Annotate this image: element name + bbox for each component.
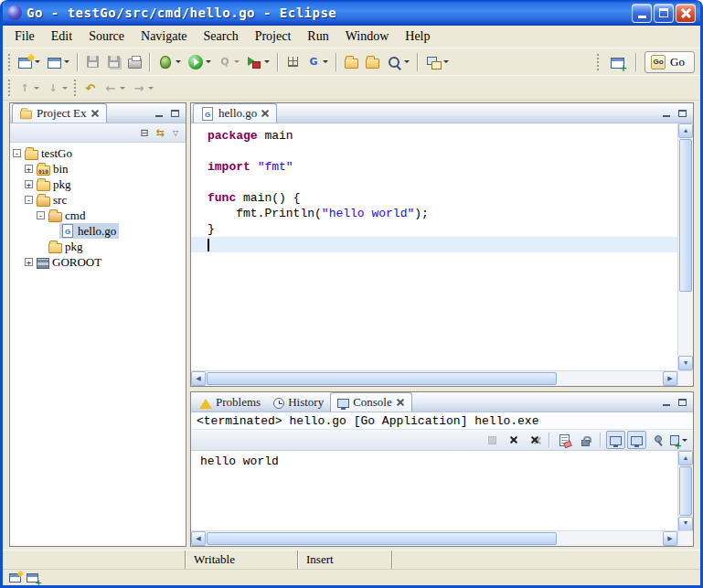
open-perspective-button[interactable]: [607, 51, 628, 73]
code-line[interactable]: package main: [191, 128, 677, 144]
go-perspective-button[interactable]: Go Go: [644, 51, 695, 73]
save-button[interactable]: [82, 51, 103, 73]
tree-item-pkg[interactable]: + pkg: [25, 176, 186, 192]
menu-item-search[interactable]: Search: [196, 27, 247, 46]
clear-console-button[interactable]: [555, 431, 574, 449]
scrollbar-track[interactable]: [558, 531, 663, 546]
vertical-scrollbar[interactable]: ▲ ▼: [677, 123, 693, 370]
show-stdout-button[interactable]: [606, 431, 625, 449]
scroll-right-button[interactable]: ▶: [663, 531, 677, 546]
new-menu-button[interactable]: [44, 51, 73, 73]
forward-button[interactable]: →: [129, 77, 157, 99]
synchronize-button[interactable]: [422, 51, 453, 73]
open-type-button[interactable]: [362, 51, 383, 73]
debug-button[interactable]: [154, 51, 185, 73]
toolbar-grip[interactable]: [7, 53, 11, 71]
minimize-view-button[interactable]: [152, 107, 165, 120]
terminate-button[interactable]: [483, 431, 502, 449]
run-button[interactable]: [185, 51, 215, 73]
menu-item-source[interactable]: Source: [80, 27, 133, 46]
print-button[interactable]: [124, 51, 145, 73]
scroll-up-button[interactable]: ▲: [678, 123, 693, 138]
menu-item-navigate[interactable]: Navigate: [133, 27, 196, 46]
close-button[interactable]: [676, 4, 696, 23]
tab-hello-go[interactable]: G hello.go: [193, 103, 277, 123]
tree-item-cmd[interactable]: - cmd: [37, 208, 186, 223]
scroll-right-button[interactable]: ▶: [663, 371, 677, 386]
code-line[interactable]: fmt.Println("hello world");: [191, 206, 677, 221]
tree-item-hello-go[interactable]: Ghello.go: [48, 223, 186, 239]
minimize-button[interactable]: [632, 4, 652, 23]
maximize-button[interactable]: [654, 4, 674, 23]
expander-icon[interactable]: +: [25, 180, 33, 188]
open-resource-button[interactable]: [341, 51, 362, 73]
close-view-icon[interactable]: [91, 109, 100, 118]
scroll-down-button[interactable]: ▼: [678, 517, 693, 531]
show-stderr-button[interactable]: [627, 431, 646, 449]
scroll-up-button[interactable]: ▲: [678, 451, 693, 465]
scroll-left-button[interactable]: ◀: [191, 371, 206, 386]
tab-history[interactable]: History: [267, 392, 330, 412]
new-go-package-button[interactable]: [282, 51, 304, 73]
next-annotation-button[interactable]: ↓: [43, 77, 71, 99]
scroll-down-button[interactable]: ▼: [678, 356, 693, 370]
menu-item-help[interactable]: Help: [397, 27, 438, 46]
horizontal-scrollbar[interactable]: ◀ ▶: [191, 371, 677, 386]
expander-icon[interactable]: +: [25, 165, 33, 173]
menu-item-run[interactable]: Run: [299, 27, 336, 46]
horizontal-scrollbar[interactable]: ◀ ▶: [191, 531, 677, 546]
new-wizard-trim-button[interactable]: [27, 573, 38, 583]
code-line[interactable]: import "fmt": [191, 159, 677, 175]
scroll-left-button[interactable]: ◀: [191, 531, 206, 546]
tab-project-explorer[interactable]: Project Ex: [12, 103, 107, 123]
scrollbar-thumb[interactable]: [679, 466, 692, 516]
maximize-view-button[interactable]: [676, 107, 689, 120]
expander-icon[interactable]: -: [25, 196, 33, 204]
toolbar-grip[interactable]: [596, 53, 600, 71]
tree-item-src[interactable]: - src: [25, 192, 186, 208]
code-line[interactable]: [191, 144, 677, 159]
back-button[interactable]: ←: [101, 77, 129, 99]
minimize-view-button[interactable]: [659, 107, 673, 120]
tree-item-src-pkg[interactable]: pkg: [37, 239, 186, 254]
toolbar-grip[interactable]: [7, 79, 11, 97]
expander-icon[interactable]: +: [25, 258, 33, 266]
scrollbar-track[interactable]: [558, 371, 663, 386]
expander-icon[interactable]: -: [37, 211, 45, 219]
maximize-view-button[interactable]: [168, 107, 182, 120]
tab-problems[interactable]: Problems: [193, 392, 267, 412]
external-tools-button[interactable]: [243, 51, 273, 73]
search-button[interactable]: [383, 51, 413, 73]
fast-view-button[interactable]: [9, 573, 21, 583]
vertical-scrollbar[interactable]: ▲ ▼: [677, 451, 693, 530]
current-code-line[interactable]: [191, 237, 677, 252]
menu-item-project[interactable]: Project: [247, 27, 300, 46]
remove-all-launches-button[interactable]: [525, 431, 544, 449]
close-tab-icon[interactable]: [261, 109, 270, 118]
profile-button[interactable]: Q: [215, 51, 243, 73]
menu-item-file[interactable]: File: [6, 27, 43, 46]
link-with-editor-button[interactable]: ⇆: [154, 126, 166, 140]
scrollbar-thumb[interactable]: [679, 139, 692, 292]
code-line[interactable]: }: [191, 221, 677, 237]
menu-item-edit[interactable]: Edit: [43, 27, 80, 46]
scrollbar-thumb[interactable]: [207, 532, 557, 545]
minimize-view-button[interactable]: [659, 396, 673, 409]
save-all-button[interactable]: [103, 51, 124, 73]
scrollbar-thumb[interactable]: [207, 372, 557, 385]
collapse-all-button[interactable]: ⊟: [138, 126, 151, 140]
maximize-view-button[interactable]: [676, 396, 689, 409]
last-edit-location-button[interactable]: ↶: [80, 77, 101, 99]
code-editor[interactable]: package main import "fmt" func main() { …: [191, 123, 677, 370]
tree-item-testgo[interactable]: - testGo: [13, 145, 186, 161]
new-wizard-button[interactable]: [15, 51, 44, 73]
code-line[interactable]: func main() {: [191, 190, 677, 206]
window-titlebar[interactable]: Go - testGo/src/cmd/hello.go - Eclipse: [3, 0, 700, 26]
tree-item-bin[interactable]: + 010bin: [25, 161, 186, 176]
remove-launch-button[interactable]: [504, 431, 523, 449]
tree-item-goroot[interactable]: + GOROOT: [25, 254, 186, 270]
console-output[interactable]: hello world: [191, 451, 677, 530]
toolbar-grip[interactable]: [73, 79, 77, 97]
close-tab-icon[interactable]: [396, 398, 405, 407]
expander-icon[interactable]: -: [13, 149, 21, 157]
